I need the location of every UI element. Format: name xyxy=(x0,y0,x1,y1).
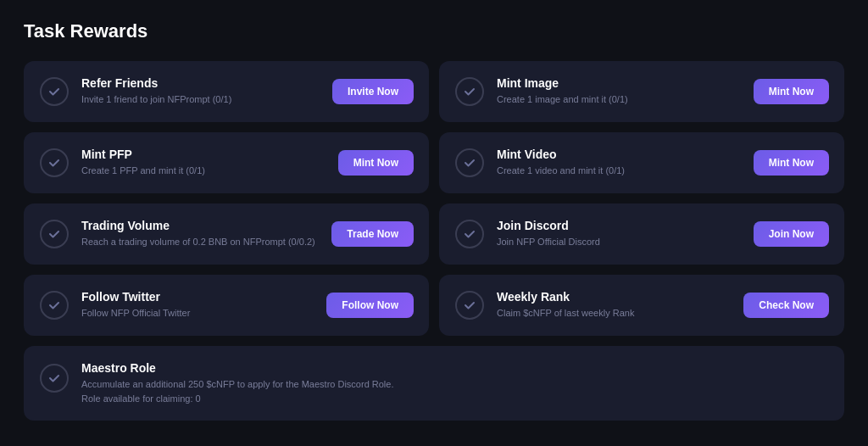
task-button-follow-twitter[interactable]: Follow Now xyxy=(326,293,414,318)
task-button-mint-pfp[interactable]: Mint Now xyxy=(338,150,414,176)
card-content-mint-pfp: Mint PFPCreate 1 PFP and mint it (0/1) xyxy=(81,148,326,178)
task-card-trading-volume: Trading VolumeReach a trading volume of … xyxy=(24,203,429,265)
card-content-mint-image: Mint ImageCreate 1 image and mint it (0/… xyxy=(497,76,742,107)
task-card-maestro-role: Maestro RoleAccumulate an additional 250… xyxy=(24,346,844,421)
card-desc-mint-pfp: Create 1 PFP and mint it (0/1) xyxy=(81,164,326,178)
card-content-refer-friends: Refer FriendsInvite 1 friend to join NFP… xyxy=(81,76,320,107)
card-title-mint-video: Mint Video xyxy=(497,148,742,161)
task-button-trading-volume[interactable]: Trade Now xyxy=(331,221,414,247)
card-title-trading-volume: Trading Volume xyxy=(81,219,320,232)
check-circle-icon xyxy=(39,219,70,249)
task-button-join-discord[interactable]: Join Now xyxy=(754,221,829,247)
card-content-trading-volume: Trading VolumeReach a trading volume of … xyxy=(81,219,320,249)
card-title-mint-pfp: Mint PFP xyxy=(81,148,326,161)
check-circle-icon xyxy=(39,76,70,107)
task-grid: Refer FriendsInvite 1 friend to join NFP… xyxy=(24,61,844,421)
check-circle-icon xyxy=(39,363,70,393)
check-circle-icon xyxy=(454,290,485,321)
card-desc-mint-image: Create 1 image and mint it (0/1) xyxy=(497,92,742,107)
check-circle-icon xyxy=(454,76,485,107)
card-content-maestro-role: Maestro RoleAccumulate an additional 250… xyxy=(81,361,829,405)
card-title-maestro-role: Maestro Role xyxy=(81,361,829,375)
check-circle-icon xyxy=(39,290,70,321)
card-title-mint-image: Mint Image xyxy=(497,76,742,90)
card-desc-trading-volume: Reach a trading volume of 0.2 BNB on NFP… xyxy=(81,235,320,249)
card-desc-weekly-rank: Claim $cNFP of last weekly Rank xyxy=(497,306,732,321)
card-desc-mint-video: Create 1 video and mint it (0/1) xyxy=(497,164,742,178)
check-circle-icon xyxy=(454,219,485,249)
task-card-refer-friends: Refer FriendsInvite 1 friend to join NFP… xyxy=(24,61,429,122)
card-content-weekly-rank: Weekly RankClaim $cNFP of last weekly Ra… xyxy=(497,290,732,321)
task-button-mint-image[interactable]: Mint Now xyxy=(754,79,829,104)
card-content-follow-twitter: Follow TwitterFollow NFP Official Twitte… xyxy=(81,290,314,321)
task-card-mint-image: Mint ImageCreate 1 image and mint it (0/… xyxy=(439,61,844,122)
task-card-mint-video: Mint VideoCreate 1 video and mint it (0/… xyxy=(439,132,844,193)
card-desc-maestro-role: Accumulate an additional 250 $cNFP to ap… xyxy=(81,377,829,405)
card-title-follow-twitter: Follow Twitter xyxy=(81,290,314,304)
card-title-refer-friends: Refer Friends xyxy=(81,76,320,90)
task-card-follow-twitter: Follow TwitterFollow NFP Official Twitte… xyxy=(24,275,429,336)
task-button-mint-video[interactable]: Mint Now xyxy=(754,150,829,176)
check-circle-icon xyxy=(454,148,485,178)
card-desc-follow-twitter: Follow NFP Official Twitter xyxy=(81,306,314,321)
card-title-join-discord: Join Discord xyxy=(497,219,742,232)
card-content-mint-video: Mint VideoCreate 1 video and mint it (0/… xyxy=(497,148,742,178)
card-title-weekly-rank: Weekly Rank xyxy=(497,290,732,304)
card-desc-join-discord: Join NFP Official Discord xyxy=(497,235,742,249)
task-button-weekly-rank[interactable]: Check Now xyxy=(743,293,829,318)
card-desc-refer-friends: Invite 1 friend to join NFPrompt (0/1) xyxy=(81,92,320,107)
task-button-refer-friends[interactable]: Invite Now xyxy=(332,79,414,104)
check-circle-icon xyxy=(39,148,70,178)
card-content-join-discord: Join DiscordJoin NFP Official Discord xyxy=(497,219,742,249)
task-card-join-discord: Join DiscordJoin NFP Official DiscordJoi… xyxy=(439,203,844,265)
page-title: Task Rewards xyxy=(24,20,844,42)
task-card-mint-pfp: Mint PFPCreate 1 PFP and mint it (0/1)Mi… xyxy=(24,132,429,193)
task-card-weekly-rank: Weekly RankClaim $cNFP of last weekly Ra… xyxy=(439,275,844,336)
